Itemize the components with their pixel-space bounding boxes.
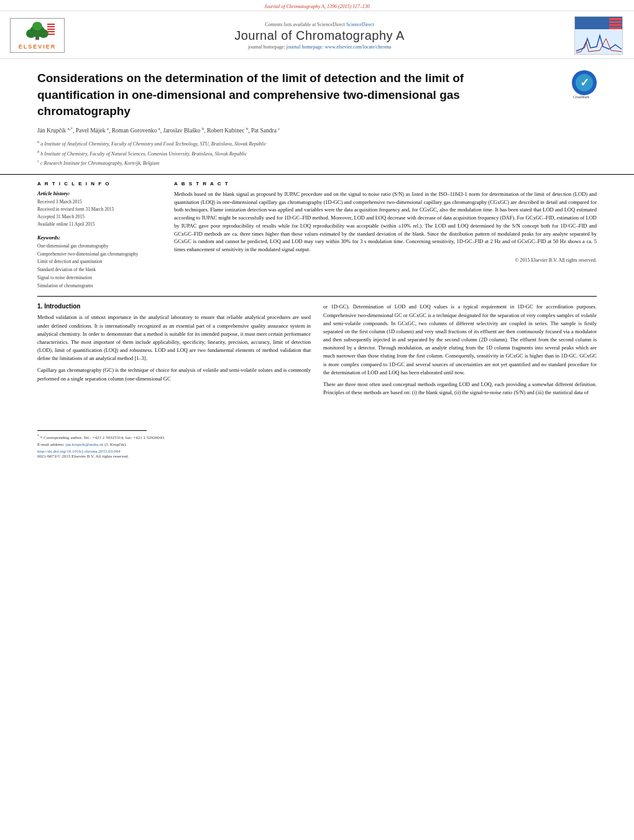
cover-svg — [575, 17, 623, 55]
svg-rect-8 — [47, 31, 55, 32]
doi-link[interactable]: http://dx.doi.org/10.1016/j.chroma.2015.… — [37, 449, 311, 454]
sciencedirect-link[interactable]: ScienceDirect — [346, 22, 374, 27]
keyword-5: Signal to noise determination — [37, 274, 162, 282]
abstract-heading: A B S T R A C T — [174, 181, 597, 187]
keyword-1: One-dimensional gas chromatography — [37, 242, 162, 251]
article-history: Article history: Received 3 March 2015 R… — [37, 190, 162, 228]
corresponding-author-note: * * Corresponding author. Tel.: +421 2 5… — [37, 433, 311, 441]
svg-rect-9 — [47, 34, 55, 35]
svg-rect-6 — [47, 26, 55, 27]
article-info-abstract: A R T I C L E I N F O Article history: R… — [0, 175, 634, 297]
revised-date: Received in revised form 31 March 2015 — [37, 206, 162, 213]
svg-rect-14 — [609, 24, 622, 26]
footnote-divider — [37, 430, 147, 431]
svg-rect-15 — [609, 27, 622, 29]
intro-paragraph-1: Method validation is of utmost importanc… — [37, 313, 311, 362]
affiliations: a a Institute of Analytical Chemistry, F… — [37, 139, 566, 167]
journal-thumbnail — [574, 16, 624, 55]
journal-title-area: Contents lists available at ScienceDirec… — [65, 22, 574, 50]
authors-line: Ján Krupčík a,*, Pavel Májek a, Roman Go… — [37, 126, 566, 134]
affiliation-a: a a Institute of Analytical Chemistry, F… — [37, 139, 566, 148]
affiliation-c: c c Research Institute for Chromatograph… — [37, 158, 566, 167]
article-header: Considerations on the determination of t… — [0, 59, 634, 175]
svg-point-2 — [26, 29, 36, 38]
crossmark-icon: ✓ — [575, 73, 594, 92]
email-note: E-mail address: jan.krupcik@stuba.sk (J.… — [37, 441, 311, 448]
keywords-label: Keywords: — [37, 234, 162, 241]
sciencedirect-text: Contents lists available at ScienceDirec… — [77, 22, 562, 27]
intro-paragraph-2: Capillary gas chromatography (GC) is the… — [37, 366, 311, 382]
svg-rect-13 — [609, 21, 622, 23]
homepage-link[interactable]: journal homepage: www.elsevier.com/locat… — [287, 44, 391, 50]
keywords-section: Keywords: One-dimensional gas chromatogr… — [37, 234, 162, 290]
svg-rect-7 — [47, 29, 55, 30]
main-left-column: 1. Introduction Method validation is of … — [37, 303, 311, 459]
svg-point-3 — [39, 29, 48, 38]
journal-header: ELSEVIER Contents lists available at Sci… — [0, 11, 634, 59]
issn-text: 0021-9673/© 2015 Elsevier B.V. All right… — [37, 454, 311, 459]
keyword-4: Standard deviation of the blank — [37, 266, 162, 274]
homepage-text: journal homepage: journal homepage: www.… — [77, 44, 562, 50]
right-paragraph-2: There are three most often used conceptu… — [323, 381, 597, 397]
elsevier-logo: ELSEVIER — [10, 18, 65, 53]
accepted-date: Accepted 31 March 2015 — [37, 213, 162, 221]
article-info-heading: A R T I C L E I N F O — [37, 181, 162, 187]
elsevier-wordmark: ELSEVIER — [13, 44, 62, 50]
email-link[interactable]: jan.krupcik@stuba.sk — [66, 442, 104, 447]
journal-citation-bar: Journal of Chromatography A, 1396 (2015)… — [0, 0, 634, 11]
right-paragraph-1: or 1D-GC). Determination of LOD and LOQ … — [323, 303, 597, 377]
received-date: Received 3 March 2015 — [37, 198, 162, 206]
abstract-column: A B S T R A C T Methods based on the bla… — [174, 181, 597, 290]
email-label: E-mail address: — [37, 442, 65, 447]
journal-citation: Journal of Chromatography A, 1396 (2015)… — [264, 4, 369, 9]
affiliation-b: b b Institute of Chemistry, Faculty of N… — [37, 149, 566, 158]
keyword-3: Limit of detection and quantitation — [37, 258, 162, 266]
keyword-2: Comprehensive two-dimensional gas chroma… — [37, 251, 162, 259]
cover-image — [574, 16, 623, 55]
crossmark-badge: ✓ — [572, 70, 597, 95]
page: Journal of Chromatography A, 1396 (2015)… — [0, 0, 634, 840]
history-label: Article history: — [37, 190, 162, 196]
intro-heading: 1. Introduction — [37, 303, 311, 310]
main-right-column: or 1D-GC). Determination of LOD and LOQ … — [323, 303, 597, 459]
abstract-text: Methods based on the blank signal as pro… — [174, 190, 597, 254]
svg-rect-5 — [47, 24, 55, 25]
keyword-6: Simulation of chromatograms — [37, 282, 162, 290]
svg-text:✓: ✓ — [580, 76, 589, 89]
copyright-notice: © 2015 Elsevier B.V. All rights reserved… — [174, 257, 597, 263]
article-title: Considerations on the determination of t… — [37, 70, 566, 120]
journal-title: Journal of Chromatography A — [77, 29, 562, 43]
elsevier-tree-icon — [19, 21, 56, 41]
available-date: Available online 11 April 2015 — [37, 221, 162, 228]
svg-rect-12 — [609, 18, 622, 20]
article-info-column: A R T I C L E I N F O Article history: R… — [37, 181, 162, 290]
svg-point-4 — [32, 22, 42, 30]
main-content: 1. Introduction Method validation is of … — [0, 297, 634, 465]
